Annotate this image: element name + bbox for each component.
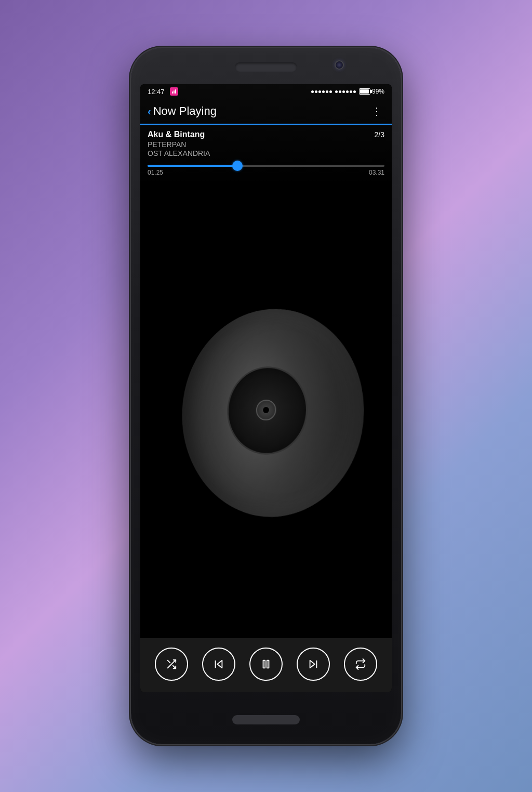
shuffle-icon xyxy=(166,658,177,670)
total-time: 03.31 xyxy=(369,169,384,176)
track-number: 2/3 xyxy=(375,130,384,139)
vinyl-hole xyxy=(263,407,269,413)
song-title-row: Aku & Bintang 2/3 xyxy=(148,130,384,139)
pause-button[interactable] xyxy=(249,648,283,681)
next-button[interactable] xyxy=(297,648,330,681)
prev-icon xyxy=(213,658,224,670)
battery-icon xyxy=(359,88,370,95)
svg-rect-2 xyxy=(175,89,176,94)
pause-icon xyxy=(260,658,272,670)
repeat-button[interactable] xyxy=(344,648,377,681)
status-right: 99% xyxy=(311,88,384,95)
status-left: 12:47 xyxy=(148,87,178,96)
back-icon[interactable]: ‹ xyxy=(148,105,151,117)
battery-fill xyxy=(360,89,369,94)
signal-strength xyxy=(311,90,332,93)
speaker-grille-top xyxy=(235,62,297,72)
phone-screen: 12:47 xyxy=(140,84,392,692)
nav-bar: ‹ Now Playing ⋮ xyxy=(140,99,392,125)
progress-container[interactable]: 01.25 03.31 xyxy=(140,161,392,181)
progress-thumb[interactable] xyxy=(232,161,243,171)
music-app-status-icon xyxy=(170,87,178,96)
battery-percent: 99% xyxy=(372,88,384,95)
vinyl-outer xyxy=(178,301,364,525)
svg-rect-8 xyxy=(263,661,265,668)
svg-line-5 xyxy=(167,661,170,663)
svg-rect-1 xyxy=(174,90,175,94)
current-time: 01.25 xyxy=(148,169,163,176)
song-title: Aku & Bintang xyxy=(148,130,205,139)
vinyl-disc xyxy=(167,301,365,519)
nav-left[interactable]: ‹ Now Playing xyxy=(148,104,217,118)
song-info: Aku & Bintang 2/3 PETERPAN OST ALEXANDRI… xyxy=(140,125,392,161)
page-title: Now Playing xyxy=(153,104,217,118)
front-camera xyxy=(335,60,344,70)
vinyl-inner xyxy=(226,365,308,456)
battery-indicator: 99% xyxy=(359,88,384,95)
shuffle-button[interactable] xyxy=(155,648,188,681)
song-album: OST ALEXANDRIA xyxy=(148,149,384,157)
progress-bar[interactable] xyxy=(148,165,384,167)
svg-marker-10 xyxy=(310,661,315,668)
status-bar: 12:47 xyxy=(140,84,392,99)
svg-marker-6 xyxy=(217,661,222,668)
overflow-menu-icon[interactable]: ⋮ xyxy=(369,103,384,120)
repeat-icon xyxy=(355,658,366,670)
vinyl-center xyxy=(256,399,276,420)
prev-button[interactable] xyxy=(202,648,235,681)
svg-rect-9 xyxy=(267,661,269,668)
next-icon xyxy=(308,658,319,670)
progress-fill xyxy=(148,165,237,167)
progress-times: 01.25 03.31 xyxy=(148,169,384,176)
home-bar[interactable] xyxy=(232,715,300,724)
controls-bar xyxy=(140,638,392,692)
album-art-area xyxy=(140,181,392,638)
svg-rect-0 xyxy=(172,91,173,94)
status-time: 12:47 xyxy=(148,88,165,96)
wifi-signal xyxy=(335,90,356,93)
song-artist: PETERPAN xyxy=(148,140,384,149)
phone-device: 12:47 xyxy=(131,48,401,744)
